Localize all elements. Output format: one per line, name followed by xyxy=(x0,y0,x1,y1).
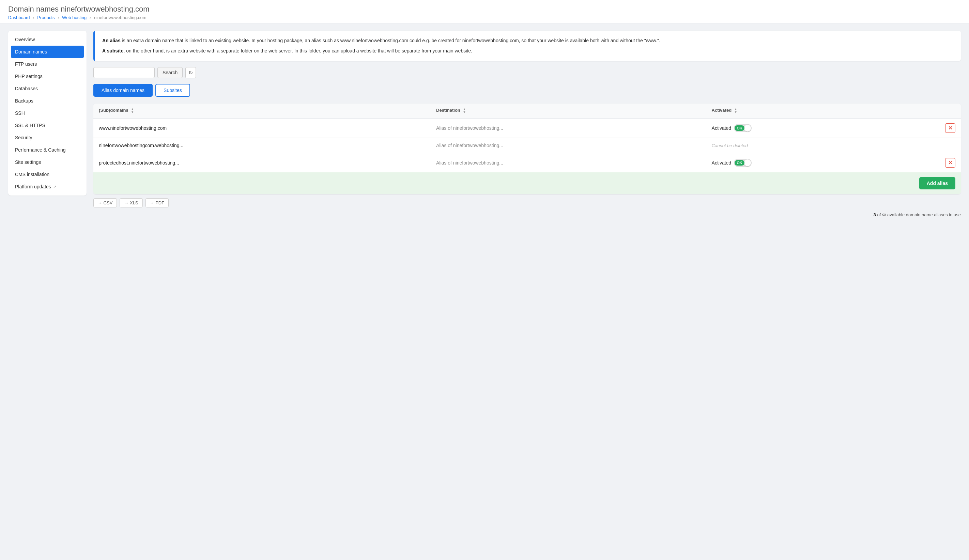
export-btn-1[interactable]: → XLS xyxy=(120,198,142,208)
alias-bold: An alias xyxy=(102,38,121,43)
search-row: Search ↻ xyxy=(93,67,961,78)
sidebar: OverviewDomain namesFTP usersPHP setting… xyxy=(8,31,87,196)
cell-activated-1: Cannot be deleted xyxy=(706,138,886,153)
cannot-delete-1: Cannot be deleted xyxy=(712,143,748,148)
domain-table-container: (Sub)domains ▲▼Destination ▲▼Activated ▲… xyxy=(93,103,961,194)
breadcrumb-products[interactable]: Products xyxy=(37,15,55,20)
main-content: An alias is an extra domain name that is… xyxy=(93,31,961,553)
export-btn-2[interactable]: → PDF xyxy=(145,198,169,208)
sidebar-item-label-databases: Databases xyxy=(15,86,38,91)
sidebar-item-label-performance-caching: Performance & Caching xyxy=(15,147,66,153)
toggle-dot-2 xyxy=(744,160,751,166)
sidebar-item-overview[interactable]: Overview xyxy=(8,33,87,46)
sidebar-item-label-ssl-https: SSL & HTTPS xyxy=(15,123,45,128)
cell-actions-2: ✕ xyxy=(886,153,961,172)
domain-table: (Sub)domains ▲▼Destination ▲▼Activated ▲… xyxy=(93,103,961,172)
table-body: www.ninefortwowebhosting.comAlias of nin… xyxy=(93,118,961,172)
sidebar-item-databases[interactable]: Databases xyxy=(8,82,87,95)
col-actions xyxy=(886,103,961,118)
cell-domain-0: www.ninefortwowebhosting.com xyxy=(93,118,431,138)
col-activated[interactable]: Activated ▲▼ xyxy=(706,103,886,118)
sidebar-item-label-backups: Backups xyxy=(15,98,33,103)
tab-alias[interactable]: Alias domain names xyxy=(93,84,153,97)
cell-domain-1: ninefortwowebhostingcom.webhosting... xyxy=(93,138,431,153)
tabs-row: Alias domain namesSubsites xyxy=(93,84,961,97)
export-btn-0[interactable]: → CSV xyxy=(93,198,117,208)
sidebar-item-ftp-users[interactable]: FTP users xyxy=(8,58,87,70)
add-alias-row: Add alias xyxy=(93,172,961,194)
cell-activated-0: Activated OK xyxy=(706,118,886,138)
delete-button-2[interactable]: ✕ xyxy=(945,158,956,168)
col-destination[interactable]: Destination ▲▼ xyxy=(431,103,706,118)
sidebar-item-php-settings[interactable]: PHP settings xyxy=(8,70,87,82)
sidebar-item-ssh[interactable]: SSH xyxy=(8,107,87,119)
table-row: protectedhost.ninefortwowebhosting...Ali… xyxy=(93,153,961,172)
table-row: www.ninefortwowebhosting.comAlias of nin… xyxy=(93,118,961,138)
sidebar-item-label-ftp-users: FTP users xyxy=(15,61,37,67)
cell-actions-1 xyxy=(886,138,961,148)
external-icon: ↗ xyxy=(53,184,56,189)
sidebar-item-label-site-settings: Site settings xyxy=(15,160,41,165)
breadcrumb-current: ninefortwowebhosting.com xyxy=(94,15,147,20)
page-title: Domain names ninefortwowebhosting.com xyxy=(8,5,961,13)
delete-button-0[interactable]: ✕ xyxy=(945,123,956,133)
info-box: An alias is an extra domain name that is… xyxy=(93,31,961,61)
subsite-text: , on the other hand, is an extra website… xyxy=(124,48,472,53)
cell-destination-0: Alias of ninefortwowebhosting... xyxy=(431,118,706,138)
col-subdomains[interactable]: (Sub)domains ▲▼ xyxy=(93,103,431,118)
ok-badge-2: OK xyxy=(734,160,744,166)
sidebar-item-label-platform-updates: Platform updates xyxy=(15,184,51,189)
sidebar-item-label-overview: Overview xyxy=(15,37,35,42)
sidebar-item-security[interactable]: Security xyxy=(8,131,87,144)
tab-subsites[interactable]: Subsites xyxy=(155,84,190,97)
sidebar-item-site-settings[interactable]: Site settings xyxy=(8,156,87,168)
activated-label-2: Activated xyxy=(712,160,731,166)
title-main: Domain names xyxy=(8,5,58,13)
footer-text: available domain name aliases in use xyxy=(887,212,961,217)
breadcrumb-dashboard[interactable]: Dashboard xyxy=(8,15,30,20)
table-row: ninefortwowebhostingcom.webhosting...Ali… xyxy=(93,138,961,153)
cell-destination-1: Alias of ninefortwowebhosting... xyxy=(431,138,706,153)
breadcrumb: Dashboard › Products › Web hosting › nin… xyxy=(8,15,961,20)
sidebar-item-label-security: Security xyxy=(15,135,32,140)
infinity-symbol: ∞ xyxy=(882,211,886,217)
alias-text: is an extra domain name that is linked t… xyxy=(121,38,660,43)
sidebar-item-label-php-settings: PHP settings xyxy=(15,73,43,79)
footer-info: 3 of ∞ available domain name aliases in … xyxy=(93,209,961,218)
cell-destination-2: Alias of ninefortwowebhosting... xyxy=(431,153,706,172)
toggle-0[interactable]: OK xyxy=(734,124,752,132)
table-header: (Sub)domains ▲▼Destination ▲▼Activated ▲… xyxy=(93,103,961,118)
add-alias-button[interactable]: Add alias xyxy=(919,177,956,189)
domain-count: 3 xyxy=(874,212,876,217)
cell-activated-2: Activated OK xyxy=(706,153,886,172)
sidebar-item-label-cms-installation: CMS installation xyxy=(15,172,49,177)
toggle-2[interactable]: OK xyxy=(734,159,752,167)
cell-actions-0: ✕ xyxy=(886,118,961,138)
refresh-button[interactable]: ↻ xyxy=(185,67,196,78)
export-row: → CSV→ XLS→ PDF xyxy=(93,194,961,209)
cell-domain-2: protectedhost.ninefortwowebhosting... xyxy=(93,153,431,172)
search-button[interactable]: Search xyxy=(157,67,183,78)
sidebar-item-performance-caching[interactable]: Performance & Caching xyxy=(8,144,87,156)
sidebar-item-backups[interactable]: Backups xyxy=(8,95,87,107)
subsite-bold: A subsite xyxy=(102,48,124,53)
breadcrumb-web-hosting[interactable]: Web hosting xyxy=(62,15,87,20)
ok-badge-0: OK xyxy=(734,125,744,131)
toggle-dot-0 xyxy=(744,125,751,131)
activated-label-0: Activated xyxy=(712,125,731,131)
sidebar-item-label-ssh: SSH xyxy=(15,110,25,116)
sidebar-item-platform-updates[interactable]: Platform updates↗ xyxy=(8,181,87,193)
sidebar-item-domain-names[interactable]: Domain names xyxy=(11,46,84,58)
sidebar-item-ssl-https[interactable]: SSL & HTTPS xyxy=(8,119,87,131)
sidebar-item-cms-installation[interactable]: CMS installation xyxy=(8,168,87,181)
title-sub: ninefortwowebhosting.com xyxy=(61,5,149,13)
search-input[interactable] xyxy=(93,67,155,78)
sidebar-item-label-domain-names: Domain names xyxy=(15,49,47,55)
